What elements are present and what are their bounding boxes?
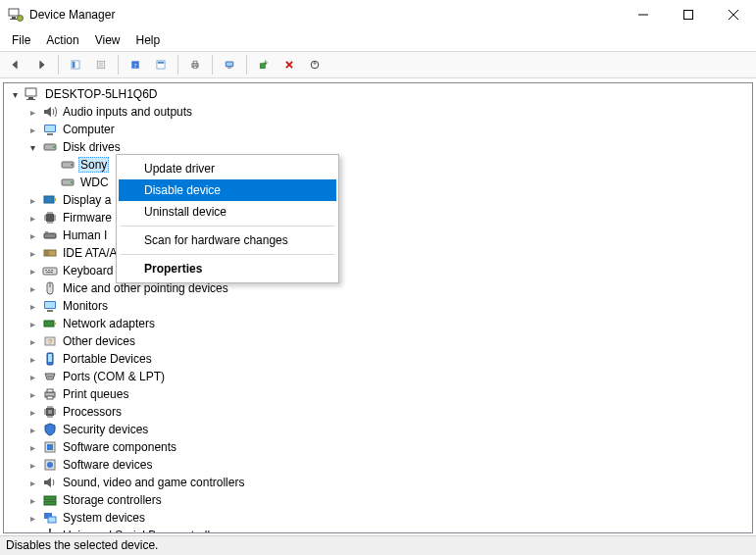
action-center-toolbar-button[interactable] — [149, 53, 173, 76]
computer-toolbar-button[interactable] — [218, 53, 241, 76]
chevron-right-icon[interactable] — [25, 281, 39, 295]
tree-root[interactable]: DESKTOP-5LH1Q6D — [8, 85, 752, 103]
help-toolbar-button[interactable]: ? — [124, 53, 147, 76]
svg-rect-40 — [45, 231, 48, 233]
scan-hardware-toolbar-button[interactable] — [303, 53, 327, 76]
forward-button[interactable] — [29, 53, 53, 76]
chevron-right-icon[interactable] — [25, 440, 39, 454]
chevron-down-icon[interactable] — [8, 87, 22, 101]
svg-rect-17 — [193, 66, 197, 69]
close-button[interactable] — [711, 0, 756, 29]
category-label: Mice and other pointing devices — [61, 281, 230, 295]
back-button[interactable] — [4, 53, 27, 76]
chevron-right-icon[interactable] — [25, 211, 39, 225]
category-label: Keyboard — [61, 264, 115, 278]
chevron-right-icon[interactable] — [25, 476, 39, 489]
category-ports[interactable]: Ports (COM & LPT) — [25, 368, 752, 385]
chevron-right-icon[interactable] — [25, 123, 39, 136]
cpu-icon — [42, 404, 58, 420]
chevron-right-icon[interactable] — [25, 511, 39, 525]
disk-label: Sony — [78, 157, 109, 173]
menu-bar: File Action View Help — [0, 29, 756, 51]
svg-rect-64 — [47, 396, 53, 399]
svg-point-76 — [49, 529, 51, 530]
cm-update-driver[interactable]: Update driver — [119, 158, 336, 179]
device-tree-pane[interactable]: DESKTOP-5LH1Q6D Audio inputs and outputs… — [3, 82, 753, 533]
category-usb-controllers[interactable]: Universal Serial Bus controllers — [25, 527, 752, 533]
update-driver-toolbar-button[interactable] — [252, 53, 276, 76]
svg-rect-66 — [48, 410, 52, 414]
svg-rect-74 — [48, 517, 56, 523]
category-system-devices[interactable]: System devices — [25, 509, 752, 527]
category-label: Ports (COM & LPT) — [61, 370, 167, 383]
category-other-devices[interactable]: ? Other devices — [25, 332, 752, 350]
chevron-right-icon[interactable] — [25, 493, 39, 507]
monitor-icon — [42, 122, 58, 137]
category-processors[interactable]: Processors — [25, 403, 752, 421]
category-storage-controllers[interactable]: Storage controllers — [25, 491, 752, 509]
chevron-right-icon[interactable] — [25, 264, 39, 278]
svg-point-35 — [71, 181, 73, 183]
category-label: Storage controllers — [61, 493, 164, 507]
category-label: Software devices — [61, 458, 154, 472]
category-label: Universal Serial Bus controllers — [61, 529, 228, 533]
svg-rect-46 — [48, 270, 50, 271]
cm-scan-hardware[interactable]: Scan for hardware changes — [119, 229, 336, 251]
category-security-devices[interactable]: Security devices — [25, 421, 752, 438]
menu-file[interactable]: File — [4, 31, 38, 49]
chevron-right-icon[interactable] — [25, 317, 39, 330]
category-audio[interactable]: Audio inputs and outputs — [25, 103, 752, 121]
window-title: Device Manager — [29, 8, 115, 22]
chevron-right-icon[interactable] — [25, 193, 39, 207]
category-computer[interactable]: Computer — [25, 121, 752, 138]
category-monitors[interactable]: Monitors — [25, 297, 752, 315]
context-menu-separator — [121, 226, 334, 227]
menu-view[interactable]: View — [87, 31, 128, 49]
category-label: Security devices — [61, 423, 150, 436]
print-toolbar-button[interactable] — [183, 53, 207, 76]
port-icon — [42, 369, 58, 384]
svg-point-3 — [18, 16, 24, 22]
category-sound-video-game[interactable]: Sound, video and game controllers — [25, 474, 752, 491]
chevron-right-icon[interactable] — [25, 334, 39, 348]
svg-rect-44 — [43, 268, 57, 275]
menu-help[interactable]: Help — [128, 31, 169, 49]
chevron-right-icon[interactable] — [25, 370, 39, 383]
maximize-button[interactable] — [666, 0, 711, 29]
storage-controller-icon — [42, 492, 58, 508]
software-device-icon — [42, 457, 58, 473]
chevron-right-icon[interactable] — [25, 458, 39, 472]
category-portable-devices[interactable]: Portable Devices — [25, 350, 752, 368]
shield-icon — [42, 422, 58, 437]
svg-rect-53 — [44, 321, 54, 327]
chevron-right-icon[interactable] — [25, 529, 39, 533]
chevron-right-icon[interactable] — [25, 246, 39, 260]
chevron-right-icon[interactable] — [25, 423, 39, 436]
cm-disable-device[interactable]: Disable device — [119, 179, 336, 201]
svg-rect-28 — [45, 126, 55, 131]
cm-properties[interactable]: Properties — [119, 258, 336, 279]
chevron-right-icon[interactable] — [25, 105, 39, 119]
hid-icon — [42, 227, 58, 243]
chevron-right-icon[interactable] — [25, 299, 39, 313]
menu-action[interactable]: Action — [38, 31, 86, 49]
category-print-queues[interactable]: Print queues — [25, 385, 752, 403]
category-network[interactable]: Network adapters — [25, 315, 752, 332]
chevron-right-icon[interactable] — [25, 352, 39, 366]
chevron-right-icon[interactable] — [25, 387, 39, 401]
cm-uninstall-device[interactable]: Uninstall device — [119, 201, 336, 223]
svg-rect-29 — [47, 133, 53, 135]
properties-toolbar-button[interactable] — [89, 53, 113, 76]
chevron-down-icon[interactable] — [25, 140, 39, 154]
show-hide-tree-button[interactable] — [64, 53, 87, 76]
printer-icon — [42, 386, 58, 402]
category-label: Human I — [61, 228, 109, 242]
category-software-devices[interactable]: Software devices — [25, 456, 752, 474]
svg-point-60 — [49, 376, 51, 378]
chevron-right-icon[interactable] — [25, 405, 39, 419]
uninstall-toolbar-button[interactable] — [277, 53, 301, 76]
category-software-components[interactable]: Software components — [25, 438, 752, 456]
minimize-button[interactable] — [621, 0, 666, 29]
chevron-right-icon[interactable] — [25, 228, 39, 242]
mouse-icon — [42, 280, 58, 296]
